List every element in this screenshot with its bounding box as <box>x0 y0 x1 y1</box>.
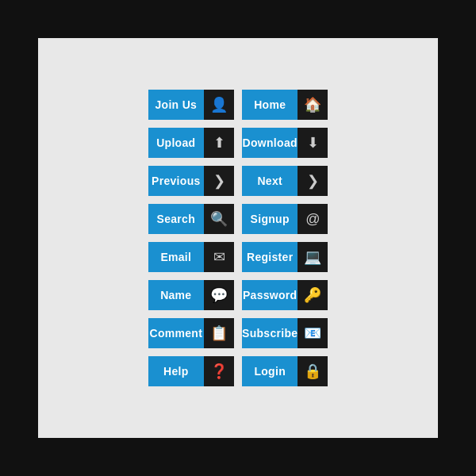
button-previous[interactable]: Previous❯ <box>148 166 234 196</box>
inner-panel: Join Us👤Home🏠Upload⬆Download⬇Previous❯Ne… <box>38 38 438 438</box>
buttons-grid: Join Us👤Home🏠Upload⬆Download⬇Previous❯Ne… <box>132 74 344 402</box>
button-icon: 🔒 <box>298 356 328 386</box>
button-comment[interactable]: Comment📋 <box>148 318 234 348</box>
button-icon: 📋 <box>204 318 234 348</box>
button-label: Upload <box>148 128 204 158</box>
button-label: Signup <box>242 204 298 234</box>
button-icon: 📧 <box>298 318 328 348</box>
button-icon: ❯ <box>204 166 234 196</box>
button-label: Previous <box>148 166 204 196</box>
button-icon: 🏠 <box>298 90 328 120</box>
button-upload[interactable]: Upload⬆ <box>148 128 234 158</box>
button-label: Join Us <box>148 90 204 120</box>
button-label: Help <box>148 356 204 386</box>
outer-frame: Join Us👤Home🏠Upload⬆Download⬇Previous❯Ne… <box>24 24 452 452</box>
button-icon: 👤 <box>204 90 234 120</box>
button-icon: ✉ <box>204 242 234 272</box>
button-label: Email <box>148 242 204 272</box>
button-help[interactable]: Help❓ <box>148 356 234 386</box>
button-home[interactable]: Home🏠 <box>242 90 328 120</box>
button-icon: 🔍 <box>204 204 234 234</box>
button-label: Next <box>242 166 298 196</box>
button-email[interactable]: Email✉ <box>148 242 234 272</box>
button-label: Name <box>148 280 204 310</box>
button-signup[interactable]: Signup@ <box>242 204 328 234</box>
button-icon: ❓ <box>204 356 234 386</box>
button-icon: ❯ <box>298 166 328 196</box>
button-icon: 🔑 <box>298 280 328 310</box>
button-icon: ⬇ <box>298 128 328 158</box>
button-search[interactable]: Search🔍 <box>148 204 234 234</box>
button-password[interactable]: Password🔑 <box>242 280 328 310</box>
button-label: Password <box>242 280 298 310</box>
button-label: Subscribe <box>242 318 298 348</box>
button-register[interactable]: Register💻 <box>242 242 328 272</box>
button-next[interactable]: Next❯ <box>242 166 328 196</box>
button-label: Home <box>242 90 298 120</box>
button-icon: 💬 <box>204 280 234 310</box>
button-label: Download <box>242 128 298 158</box>
button-download[interactable]: Download⬇ <box>242 128 328 158</box>
button-icon: ⬆ <box>204 128 234 158</box>
button-label: Comment <box>148 318 204 348</box>
button-label: Search <box>148 204 204 234</box>
button-label: Login <box>242 356 298 386</box>
button-icon: 💻 <box>298 242 328 272</box>
button-subscribe[interactable]: Subscribe📧 <box>242 318 328 348</box>
button-name[interactable]: Name💬 <box>148 280 234 310</box>
button-login[interactable]: Login🔒 <box>242 356 328 386</box>
button-join-us[interactable]: Join Us👤 <box>148 90 234 120</box>
button-label: Register <box>242 242 298 272</box>
button-icon: @ <box>298 204 328 234</box>
